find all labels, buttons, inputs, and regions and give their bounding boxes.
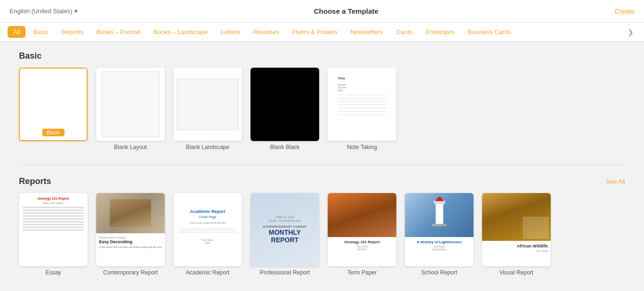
template-term-paper[interactable]: Geology 101 Report Your NameFall 2016 Te… [328,193,396,276]
create-button[interactable]: Create [615,8,635,15]
section-divider [19,165,625,165]
tab-basic[interactable]: Basic [27,26,54,38]
template-academic[interactable]: Academic Report Cover Page Click or tap … [173,193,242,276]
note-taking-thumb[interactable]: Title Subject:Teacher:Date: [328,68,396,141]
contemporary-thumb[interactable]: Simple Home Styling Easy Decorating Lore… [96,193,165,266]
blank-layout-preview [101,71,160,138]
tab-envelopes[interactable]: Envelopes [420,26,460,38]
template-visual-report[interactable]: African Wildlife Your Name Visual Report [482,193,551,276]
note-title-line: Title [338,76,386,80]
basic-template-grid: Blank Blank Layout Blank Landscape [19,68,625,150]
nav-bar: All Basic Reports Books – Portrait Books… [0,23,644,42]
template-professional[interactable]: JUNE 17, 2019 ACME CORPORATION SUPERINTE… [250,193,319,276]
blank-black-label: Blank Black [270,144,300,150]
contemporary-label: Contemporary Report [103,269,158,276]
blank-layout-label: Blank Layout [114,144,147,150]
term-paper-thumb[interactable]: Geology 101 Report Your NameFall 2016 [328,193,396,266]
language-label: English (United States) [9,8,72,15]
professional-thumb[interactable]: JUNE 17, 2019 ACME CORPORATION SUPERINTE… [250,193,319,266]
template-contemporary[interactable]: Simple Home Styling Easy Decorating Lore… [96,193,165,276]
svg-rect-0 [436,201,443,225]
term-paper-preview: Geology 101 Report Your NameFall 2016 [328,193,396,266]
blank-thumb[interactable]: Blank [19,68,88,141]
reports-section-header: Reports See All [19,176,625,186]
reports-see-all[interactable]: See All [606,178,625,185]
template-blank[interactable]: Blank [19,68,88,150]
svg-marker-4 [435,196,444,201]
tab-newsletters[interactable]: Newsletters [345,26,389,38]
template-school-report[interactable]: A History of Lighthouses Your NameSchool… [405,193,474,276]
note-meta: Subject:Teacher:Date: [338,83,386,92]
essay-thumb[interactable]: Geology 101 Report Report Title Subtitle [19,193,88,266]
top-bar: English (United States) ▾ Choose a Templ… [0,0,644,23]
visual-report-label: Visual Report [500,269,534,276]
chevron-down-icon: ▾ [74,8,78,15]
tab-reports[interactable]: Reports [56,26,89,38]
tab-cards[interactable]: Cards [390,26,418,38]
template-blank-black[interactable]: Blank Black [250,68,319,150]
school-report-label: School Report [421,269,457,276]
blank-badge: Blank [42,129,65,136]
note-taking-preview: Title Subject:Teacher:Date: [333,71,391,138]
professional-preview: JUNE 17, 2019 ACME CORPORATION SUPERINTE… [250,193,319,266]
blank-landscape-thumb[interactable] [173,68,242,141]
tab-books-landscape[interactable]: Books – Landscape [148,26,213,38]
lighthouse-svg [425,196,454,234]
main-content: Basic Blank Blank Layout [0,42,644,291]
svg-rect-3 [432,224,447,226]
template-blank-landscape[interactable]: Blank Landscape [173,68,242,150]
template-blank-layout[interactable]: Blank Layout [96,68,165,150]
tab-letters[interactable]: Letters [215,26,245,38]
reports-template-grid: Geology 101 Report Report Title Subtitle… [19,193,625,276]
page-title: Choose a Template [314,7,378,15]
basic-section-title: Basic [19,51,42,61]
term-paper-label: Term Paper [347,269,376,276]
tab-business-cards[interactable]: Business Cards [462,26,517,38]
template-note-taking[interactable]: Title Subject:Teacher:Date: Note Taking [328,68,396,150]
contemporary-preview: Simple Home Styling Easy Decorating Lore… [96,193,165,266]
nav-scroll-right[interactable]: ❯ [625,26,636,38]
visual-report-thumb[interactable]: African Wildlife Your Name [482,193,551,266]
template-essay[interactable]: Geology 101 Report Report Title Subtitle… [19,193,88,276]
academic-label: Academic Report [186,269,229,276]
tab-resumes[interactable]: Resumes [247,26,285,38]
essay-preview: Geology 101 Report Report Title Subtitle [19,193,88,266]
school-report-preview: A History of Lighthouses Your NameSchool… [405,193,474,266]
blank-black-thumb[interactable] [250,68,319,141]
professional-label: Professional Report [260,269,310,276]
academic-thumb[interactable]: Academic Report Cover Page Click or tap … [173,193,242,266]
visual-report-preview: African Wildlife Your Name [482,193,551,266]
tab-all[interactable]: All [8,26,26,38]
reports-section-title: Reports [19,176,51,186]
tab-books-portrait[interactable]: Books – Portrait [91,26,146,38]
basic-section: Basic Blank Blank Layout [19,51,625,150]
essay-label: Essay [45,269,61,276]
blank-landscape-preview [177,79,239,130]
academic-preview: Academic Report Cover Page Click or tap … [173,193,242,266]
note-taking-label: Note Taking [347,144,377,150]
reports-section: Reports See All Geology 101 Report Repor… [19,176,625,276]
school-report-thumb[interactable]: A History of Lighthouses Your NameSchool… [405,193,474,266]
basic-section-header: Basic [19,51,625,61]
blank-layout-thumb[interactable] [96,68,165,141]
blank-landscape-label: Blank Landscape [186,144,229,150]
tab-flyers-posters[interactable]: Flyers & Posters [286,26,343,38]
language-selector[interactable]: English (United States) ▾ [9,8,78,15]
